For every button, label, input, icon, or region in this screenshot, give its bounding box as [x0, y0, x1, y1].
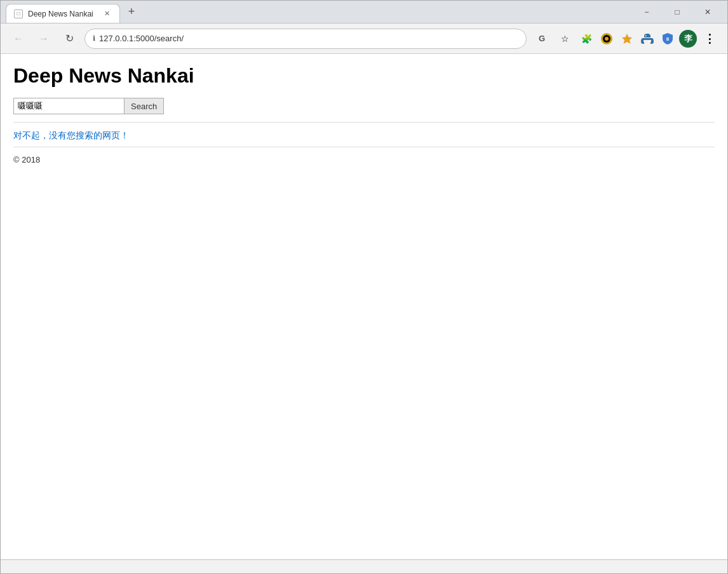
search-form: Search	[13, 98, 715, 114]
browser-window: □ Deep News Nankai ✕ + − □ ✕ ← → ↻ ℹ G ☆…	[0, 0, 728, 574]
browser-tab[interactable]: □ Deep News Nankai ✕	[6, 4, 120, 23]
svg-marker-3	[622, 34, 632, 44]
star-ext-icon[interactable]	[618, 30, 636, 48]
translate-icon[interactable]: G	[532, 29, 552, 49]
minimize-button[interactable]: −	[632, 2, 661, 22]
svg-point-5	[649, 41, 650, 42]
menu-button[interactable]: ⋮	[699, 29, 720, 49]
svg-text:8: 8	[666, 36, 670, 42]
search-input[interactable]	[13, 98, 125, 114]
page-title: Deep News Nankai	[13, 64, 715, 88]
title-bar: □ Deep News Nankai ✕ + − □ ✕	[1, 1, 727, 23]
tab-favicon: □	[14, 10, 23, 18]
tampermonkey-icon[interactable]	[598, 30, 616, 48]
tab-title: Deep News Nankai	[28, 10, 97, 18]
window-controls: − □ ✕	[632, 2, 722, 22]
bookmark-icon[interactable]: ☆	[555, 29, 575, 49]
svg-point-2	[605, 37, 609, 41]
status-bar	[1, 559, 727, 573]
new-tab-button[interactable]: +	[123, 3, 140, 21]
close-button[interactable]: ✕	[693, 2, 722, 22]
tab-close-button[interactable]: ✕	[102, 9, 112, 19]
refresh-button[interactable]: ↻	[59, 29, 79, 49]
lock-icon: ℹ	[93, 34, 95, 43]
profile-avatar[interactable]: 李	[679, 30, 697, 48]
nav-bar: ← → ↻ ℹ G ☆ 🧩	[1, 23, 727, 54]
python-icon[interactable]	[638, 30, 656, 48]
top-divider	[13, 122, 715, 123]
forward-button[interactable]: →	[34, 29, 54, 49]
no-results-message: 对不起，没有您搜索的网页！	[13, 130, 715, 142]
address-input[interactable]	[99, 34, 518, 43]
page-content: Deep News Nankai Search 对不起，没有您搜索的网页！ © …	[1, 54, 727, 559]
browser-icons: G ☆ 🧩	[532, 29, 720, 49]
search-button[interactable]: Search	[125, 98, 164, 114]
shield-ext-icon[interactable]: 8	[659, 30, 677, 48]
extensions-icon[interactable]: 🧩	[577, 30, 595, 48]
maximize-button[interactable]: □	[663, 2, 692, 22]
back-button[interactable]: ←	[8, 29, 29, 49]
svg-point-4	[645, 35, 647, 36]
address-bar-container: ℹ	[84, 29, 527, 49]
footer-copyright: © 2018	[13, 155, 715, 164]
footer-divider	[13, 147, 715, 147]
tab-area: □ Deep News Nankai ✕ +	[6, 1, 630, 23]
